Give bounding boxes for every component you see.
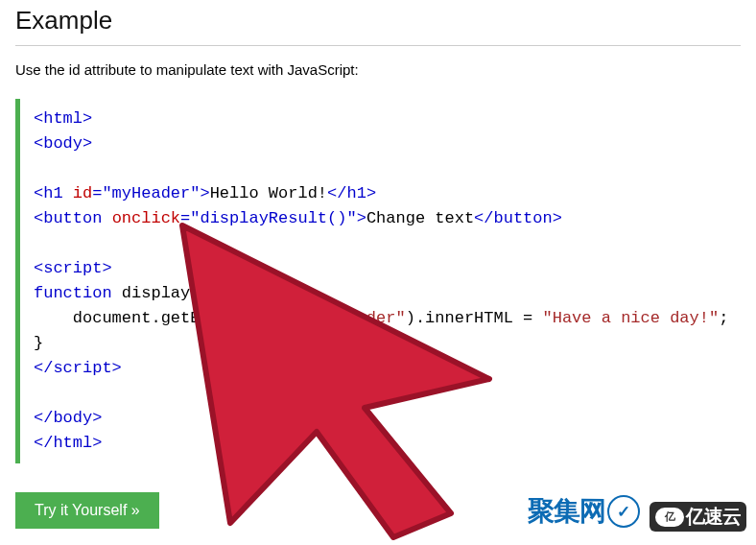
tag-html-open: <html> (34, 109, 92, 128)
logo-yisu-text: 亿速云 (686, 504, 741, 530)
arg-id: "myHeader" (308, 309, 406, 327)
logo-jujiwang-text: 聚集网 (528, 493, 605, 530)
tag-h1-close: </h1> (327, 184, 376, 202)
description-text: Use the id attribute to manipulate text … (15, 61, 741, 78)
tag-button-open: <button (34, 209, 112, 227)
val-onclick: "displayResult()" (190, 209, 356, 227)
tag-body-open: <body> (34, 134, 92, 153)
attr-onclick: onclick (112, 209, 180, 227)
val-id: "myHeader" (102, 184, 200, 202)
tag-close: > (200, 184, 209, 202)
page: Example Use the id attribute to manipula… (0, 0, 756, 545)
tag-script-open: <script> (34, 259, 112, 277)
str-nice-day: "Have a nice day!" (543, 309, 720, 327)
kw-function: function (34, 284, 112, 302)
logo-jujiwang: 聚集网 ✓ (524, 493, 644, 530)
tag-button-close: </button> (474, 209, 562, 227)
tag-script-close: </script> (34, 359, 122, 377)
logo-bubble-icon: ✓ (607, 495, 640, 528)
page-title: Example (15, 6, 741, 36)
code-example: <html> <body> <h1 id="myHeader">Hello Wo… (15, 99, 741, 463)
fn-rest: displayResult() { (112, 284, 289, 302)
divider (15, 45, 741, 46)
doc-get: document.getElementById( (73, 309, 308, 327)
try-it-button[interactable]: Try it Yourself » (15, 492, 159, 529)
tag-close: > (357, 209, 366, 227)
semi: ; (719, 309, 728, 327)
cloud-icon: 亿 (655, 508, 684, 527)
logo-yisu: 亿 亿速云 (650, 502, 746, 532)
after: ).innerHTML = (406, 309, 543, 327)
eq: = (92, 184, 102, 202)
indent (34, 309, 73, 327)
text-change: Change text (366, 209, 474, 227)
close-brace: } (34, 334, 43, 352)
tag-body-close: </body> (34, 409, 102, 427)
tag-h1-open: <h1 (34, 184, 73, 202)
attr-id: id (73, 184, 92, 202)
tag-html-close: </html> (34, 434, 102, 452)
eq: = (180, 209, 190, 227)
text-hello: Hello World! (210, 184, 327, 202)
watermark-logos: 聚集网 ✓ 亿 亿速云 (524, 493, 746, 532)
